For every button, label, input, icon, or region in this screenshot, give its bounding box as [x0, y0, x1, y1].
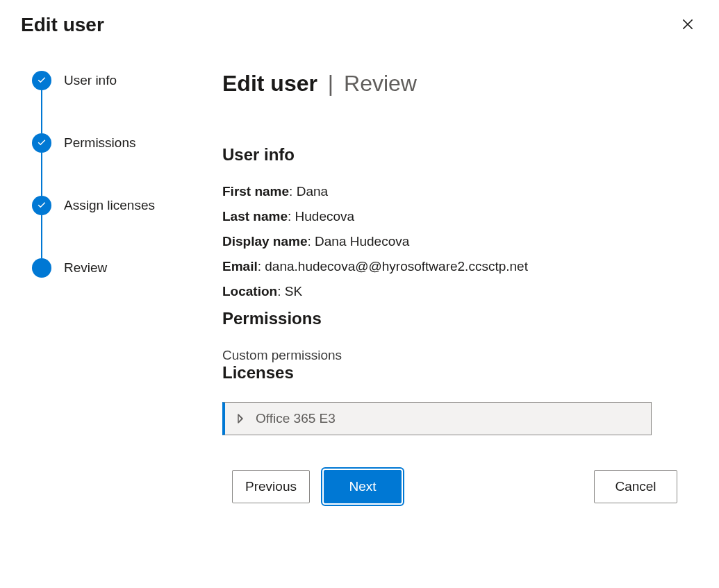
last-name-value: Hudecova	[295, 209, 355, 224]
user-info-heading: User info	[222, 145, 677, 165]
check-icon	[32, 133, 51, 153]
step-permissions[interactable]: Permissions	[32, 133, 201, 153]
first-name-label: First name	[222, 184, 289, 199]
first-name-line: First name: Dana	[222, 184, 677, 199]
close-icon	[681, 22, 694, 33]
page-title-subtitle: Review	[344, 71, 417, 96]
step-user-info[interactable]: User info	[32, 71, 201, 90]
page-title-divider: |	[328, 71, 333, 96]
check-icon	[32, 196, 51, 215]
license-label: Office 365 E3	[256, 411, 336, 426]
permissions-heading: Permissions	[222, 309, 677, 328]
email-label: Email	[222, 259, 258, 274]
page-title: Edit user | Review	[222, 71, 677, 96]
licenses-heading: Licenses	[222, 363, 677, 383]
current-step-icon	[32, 258, 51, 278]
permissions-value: Custom permissions	[222, 348, 677, 363]
email-value: dana.hudecova@@hyrosoftware2.ccsctp.net	[265, 259, 528, 274]
page-title-main: Edit user	[222, 71, 317, 96]
wizard-buttons: Previous Next Cancel	[222, 470, 677, 503]
edit-user-dialog: Edit user User info Permissions	[0, 0, 719, 588]
step-label: Permissions	[64, 135, 135, 151]
step-label: User info	[64, 73, 117, 88]
previous-button[interactable]: Previous	[232, 470, 310, 503]
location-value: SK	[285, 284, 302, 299]
email-line: Email: dana.hudecova@@hyrosoftware2.ccsc…	[222, 259, 677, 274]
display-name-value: Dana Hudecova	[315, 234, 409, 249]
next-button[interactable]: Next	[324, 470, 402, 503]
step-label: Review	[64, 260, 107, 276]
step-assign-licenses[interactable]: Assign licenses	[32, 196, 201, 215]
location-line: Location: SK	[222, 284, 677, 299]
review-panel: Edit user | Review User info First name:…	[222, 71, 698, 588]
step-review[interactable]: Review	[32, 258, 201, 278]
last-name-line: Last name: Hudecova	[222, 209, 677, 224]
license-expander[interactable]: Office 365 E3	[222, 402, 652, 435]
check-icon	[32, 71, 51, 90]
dialog-title: Edit user	[21, 14, 104, 36]
last-name-label: Last name	[222, 209, 288, 224]
close-button[interactable]	[677, 14, 698, 35]
display-name-label: Display name	[222, 234, 308, 249]
step-label: Assign licenses	[64, 198, 155, 213]
first-name-value: Dana	[297, 184, 328, 199]
location-label: Location	[222, 284, 277, 299]
wizard-stepper: User info Permissions Assign licenses Re…	[21, 71, 201, 588]
display-name-line: Display name: Dana Hudecova	[222, 234, 677, 249]
cancel-button[interactable]: Cancel	[594, 470, 677, 503]
chevron-right-icon	[235, 413, 246, 424]
